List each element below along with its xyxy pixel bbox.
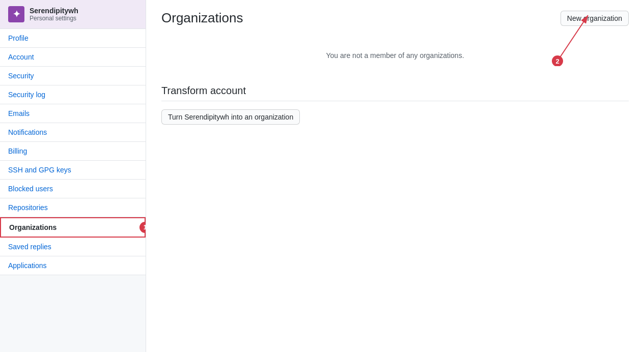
sidebar-item-applications[interactable]: Applications: [0, 256, 146, 275]
sidebar-item-wrapper-security-log: Security log: [0, 85, 146, 104]
sidebar-subtitle: Personal settings: [30, 15, 78, 22]
sidebar-item-wrapper-blocked-users: Blocked users: [0, 180, 146, 198]
sidebar-item-organizations[interactable]: Organizations 1: [0, 217, 146, 238]
sidebar-item-wrapper-profile: Profile: [0, 29, 146, 48]
sidebar-item-ssh-gpg-keys[interactable]: SSH and GPG keys: [0, 161, 146, 180]
sidebar-username: Serendipitywh: [30, 7, 78, 15]
sidebar: ✦ Serendipitywh Personal settings Profil…: [0, 0, 146, 352]
section-divider: [161, 101, 629, 101]
sidebar-item-blocked-users[interactable]: Blocked users: [0, 180, 146, 198]
sidebar-item-wrapper-organizations: Organizations 1: [0, 217, 146, 238]
sidebar-item-wrapper-account: Account: [0, 48, 146, 67]
sidebar-header: ✦ Serendipitywh Personal settings: [0, 0, 146, 29]
main-content: Organizations New organization 2 You are…: [146, 0, 644, 352]
avatar: ✦: [8, 6, 24, 22]
empty-message: You are not a member of any organization…: [161, 36, 629, 70]
svg-text:✦: ✦: [13, 9, 20, 19]
sidebar-item-saved-replies[interactable]: Saved replies: [0, 238, 146, 256]
transform-section-title: Transform account: [161, 85, 629, 97]
sidebar-item-wrapper-notifications: Notifications: [0, 123, 146, 142]
sidebar-item-billing[interactable]: Billing: [0, 142, 146, 161]
annotation-badge-1: 1: [139, 222, 146, 233]
sidebar-item-wrapper-repositories: Repositories: [0, 198, 146, 217]
sidebar-nav: Profile Account Security Security log Em…: [0, 29, 146, 275]
sidebar-item-wrapper-billing: Billing: [0, 142, 146, 161]
sidebar-item-wrapper-ssh-gpg: SSH and GPG keys: [0, 161, 146, 180]
sidebar-item-wrapper-applications: Applications: [0, 256, 146, 275]
sidebar-item-security[interactable]: Security: [0, 67, 146, 85]
transform-account-button[interactable]: Turn Serendipitywh into an organization: [161, 109, 300, 125]
sidebar-item-account[interactable]: Account: [0, 48, 146, 67]
sidebar-item-notifications[interactable]: Notifications: [0, 123, 146, 142]
main-header: Organizations New organization: [161, 10, 629, 26]
user-info: Serendipitywh Personal settings: [30, 7, 78, 22]
sidebar-item-repositories[interactable]: Repositories: [0, 198, 146, 217]
sidebar-item-wrapper-security: Security: [0, 67, 146, 85]
sidebar-item-wrapper-emails: Emails: [0, 104, 146, 123]
sidebar-item-profile[interactable]: Profile: [0, 29, 146, 48]
page-title: Organizations: [161, 10, 243, 26]
sidebar-item-security-log[interactable]: Security log: [0, 85, 146, 104]
sidebar-item-emails[interactable]: Emails: [0, 104, 146, 123]
new-organization-button[interactable]: New organization: [561, 11, 629, 26]
sidebar-item-wrapper-saved-replies: Saved replies: [0, 238, 146, 256]
